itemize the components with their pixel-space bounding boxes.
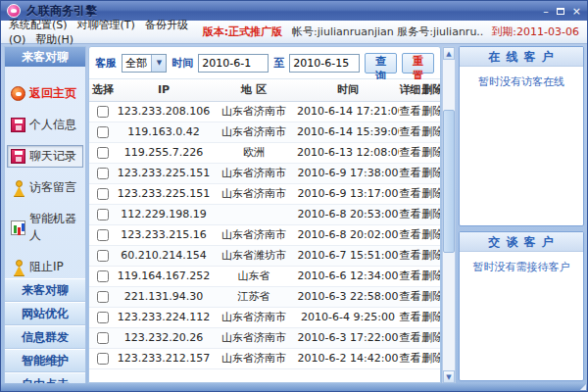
close-button[interactable]: × <box>572 6 581 17</box>
row-checkbox[interactable] <box>97 188 109 200</box>
row-ip[interactable]: 123.233.212.157 <box>117 348 211 368</box>
row-checkbox[interactable] <box>97 106 109 118</box>
row-detail-link[interactable]: 查看 <box>399 348 421 368</box>
row-time: 2010-6-4 9:25:00 <box>297 307 399 327</box>
scroll-down-icon[interactable]: ▼ <box>443 370 455 383</box>
time-filter-label: 时间 <box>172 56 193 71</box>
sidebar-item[interactable]: 返回主页 <box>7 82 83 105</box>
chevron-down-icon[interactable]: ▼ <box>151 55 166 72</box>
agent-filter-label: 客服 <box>95 56 117 71</box>
row-checkbox[interactable] <box>97 147 109 159</box>
row-ip[interactable]: 112.229.198.19 <box>117 204 211 224</box>
right-column: 在 线 客 户 暂时没有访客在线 交 谈 客 户 暂时没有需接待客户 <box>459 46 584 383</box>
row-checkbox[interactable] <box>97 168 109 179</box>
row-delete-link[interactable]: 删除 <box>421 183 441 204</box>
row-delete-link[interactable]: 删除 <box>421 142 441 163</box>
row-region: 山东省济南市 <box>211 348 297 368</box>
sidebar-bottom-item[interactable]: 自由点击 <box>5 372 85 383</box>
row-ip[interactable]: 119.255.7.226 <box>117 142 211 163</box>
table-row: 119.255.7.226 欧洲 2010-6-13 12:08:00 查看 删… <box>89 142 441 163</box>
sidebar-item[interactable]: 聊天记录 <box>7 145 83 168</box>
row-checkbox[interactable] <box>97 353 109 365</box>
sidebar: 来客对聊 返回主页个人信息聊天记录访客留言智能机器人阻止IP 来客对聊网站优化信… <box>4 46 86 383</box>
table-row: 123.233.208.106 山东省济南市 2010-6-14 17:21:0… <box>89 101 441 122</box>
sidebar-item[interactable]: 智能机器人 <box>7 208 83 247</box>
row-checkbox[interactable] <box>97 332 109 344</box>
row-ip[interactable]: 123.233.225.151 <box>117 163 211 183</box>
sidebar-bottom-item[interactable]: 网站优化 <box>5 302 85 325</box>
row-ip[interactable]: 123.233.225.151 <box>117 183 211 204</box>
row-delete-link[interactable]: 删除 <box>421 266 441 286</box>
online-customers-empty-text: 暂时没有访客在线 <box>460 67 583 225</box>
row-checkbox[interactable] <box>97 126 109 138</box>
row-detail-link[interactable]: 查看 <box>399 101 421 122</box>
row-delete-link[interactable]: 删除 <box>421 245 441 266</box>
row-region: 山东省济南市 <box>211 101 297 122</box>
col-header-region: 地 区 <box>211 79 297 101</box>
row-detail-link[interactable]: 查看 <box>399 122 421 142</box>
filter-bar: 客服 全部 ▼ 时间 至 查询 重置 <box>89 47 440 79</box>
row-delete-link[interactable]: 删除 <box>421 327 441 348</box>
visitor-message-icon <box>11 180 25 195</box>
row-delete-link[interactable]: 删除 <box>421 348 441 368</box>
agent-select[interactable]: 全部 ▼ <box>122 54 167 73</box>
row-detail-link[interactable]: 查看 <box>399 163 421 183</box>
sidebar-item-label: 个人信息 <box>29 117 76 133</box>
row-detail-link[interactable]: 查看 <box>399 266 421 286</box>
vertical-scrollbar[interactable]: ▲ ▼ <box>442 46 456 383</box>
row-checkbox[interactable] <box>97 312 109 323</box>
row-ip[interactable]: 119.163.0.42 <box>117 122 211 142</box>
sidebar-item[interactable]: 阻止IP <box>7 256 83 278</box>
sidebar-bottom-nav: 来客对聊网站优化信息群发智能维护自由点击 <box>5 278 85 383</box>
row-delete-link[interactable]: 删除 <box>421 286 441 307</box>
menu-item[interactable]: 对聊管理(T) <box>77 19 135 31</box>
row-delete-link[interactable]: 删除 <box>421 307 441 327</box>
row-delete-link[interactable]: 删除 <box>421 224 441 245</box>
row-delete-link[interactable]: 删除 <box>421 163 441 183</box>
scrollbar-thumb[interactable] <box>443 110 455 253</box>
row-detail-link[interactable]: 查看 <box>399 224 421 245</box>
row-delete-link[interactable]: 删除 <box>421 122 441 142</box>
row-ip[interactable]: 123.233.215.16 <box>117 224 211 245</box>
row-ip[interactable]: 123.233.208.106 <box>117 101 211 122</box>
row-ip[interactable]: 221.131.94.30 <box>117 286 211 307</box>
row-checkbox[interactable] <box>97 270 109 282</box>
sidebar-bottom-item[interactable]: 智能维护 <box>5 349 85 372</box>
row-detail-link[interactable]: 查看 <box>399 286 421 307</box>
row-checkbox[interactable] <box>97 209 109 220</box>
sidebar-bottom-item[interactable]: 来客对聊 <box>5 278 85 302</box>
date-from-input[interactable] <box>198 54 269 73</box>
row-detail-link[interactable]: 查看 <box>399 142 421 163</box>
sidebar-item[interactable]: 访客留言 <box>7 176 83 199</box>
scrollbar-track[interactable] <box>443 60 455 370</box>
query-button[interactable]: 查询 <box>365 53 397 74</box>
row-ip[interactable]: 123.233.224.112 <box>117 307 211 327</box>
minimize-button[interactable]: – <box>543 6 549 17</box>
row-delete-link[interactable]: 删除 <box>421 204 441 224</box>
row-detail-link[interactable]: 查看 <box>399 204 421 224</box>
scroll-up-icon[interactable]: ▲ <box>443 47 455 60</box>
sidebar-item-label: 聊天记录 <box>29 148 76 165</box>
row-delete-link[interactable]: 删除 <box>421 101 441 122</box>
row-region: 山东省潍坊市 <box>211 245 297 266</box>
maximize-button[interactable] <box>557 6 564 17</box>
reset-button[interactable]: 重置 <box>402 53 434 74</box>
sidebar-bottom-item[interactable]: 信息群发 <box>5 325 85 349</box>
row-detail-link[interactable]: 查看 <box>399 307 421 327</box>
row-checkbox[interactable] <box>97 229 109 241</box>
resize-grip[interactable] <box>580 384 586 390</box>
row-ip[interactable]: 123.232.20.26 <box>117 327 211 348</box>
row-checkbox[interactable] <box>97 250 109 262</box>
row-detail-link[interactable]: 查看 <box>399 245 421 266</box>
table-row: 60.210.214.154 山东省潍坊市 2010-6-7 15:51:00 … <box>89 245 441 266</box>
sidebar-item[interactable]: 个人信息 <box>7 114 83 136</box>
row-detail-link[interactable]: 查看 <box>399 327 421 348</box>
date-to-input[interactable] <box>289 54 360 73</box>
menu-item[interactable]: 系统配置(S) <box>9 19 68 31</box>
row-ip[interactable]: 60.210.214.154 <box>117 245 211 266</box>
robot-chart-icon <box>11 220 25 235</box>
row-ip[interactable]: 119.164.167.252 <box>117 266 211 286</box>
row-region: 山东省济南市 <box>211 327 297 348</box>
row-checkbox[interactable] <box>97 291 109 303</box>
row-detail-link[interactable]: 查看 <box>399 183 421 204</box>
